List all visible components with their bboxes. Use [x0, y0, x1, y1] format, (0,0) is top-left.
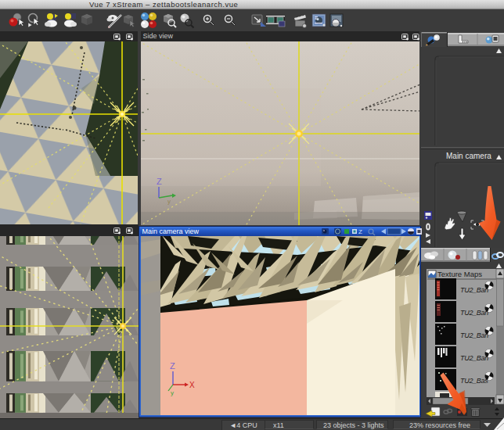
svg-text:y: y [171, 389, 174, 396]
svg-text:Z: Z [157, 177, 162, 186]
svg-text:X: X [189, 381, 195, 389]
svg-text:Main camera: Main camera [446, 152, 491, 160]
svg-text:TU2_Ban: TU2_Ban [460, 331, 488, 339]
svg-text:y: y [167, 198, 171, 205]
svg-text:TU2_Ban: TU2_Ban [460, 286, 488, 294]
svg-text:Texture Maps: Texture Maps [437, 270, 482, 278]
svg-text:TU2_Bas: TU2_Bas [460, 377, 488, 385]
svg-text:Z: Z [170, 361, 175, 371]
svg-text:TU2_Ban: TU2_Ban [460, 309, 488, 317]
svg-text:TU2_Ban: TU2_Ban [460, 354, 488, 362]
